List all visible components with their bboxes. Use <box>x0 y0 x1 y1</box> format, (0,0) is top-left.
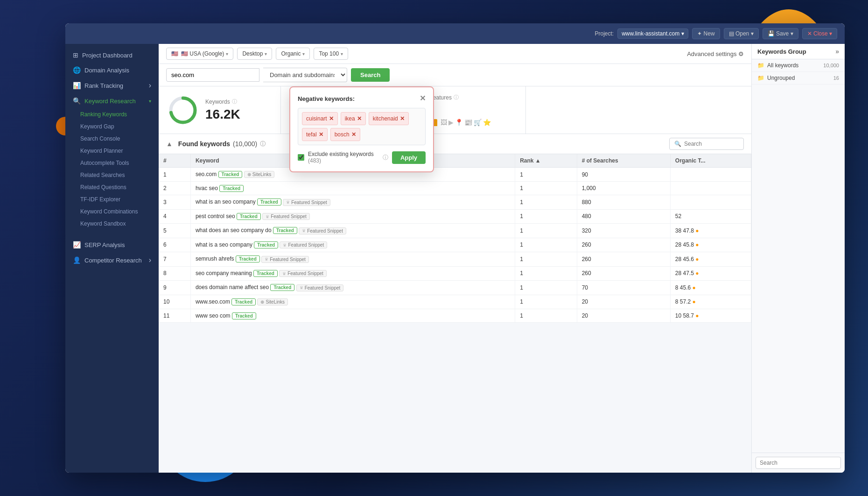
table-search-box[interactable]: 🔍 <box>669 138 744 150</box>
table-row[interactable]: 5 what does an seo company do Tracked ♛ … <box>159 224 751 238</box>
sidebar-item-domain-analysis[interactable]: 🌐 Domain Analysis <box>65 63 159 78</box>
save-button[interactable]: 💾 Save ▾ <box>763 28 798 39</box>
ungrouped-count: 16 <box>833 75 839 81</box>
sidebar-item-rank-tracking[interactable]: 📊 Rank Tracking <box>65 78 159 93</box>
cell-num: 6 <box>159 238 190 252</box>
search-type-filter[interactable]: Organic ▾ <box>276 48 310 60</box>
neg-tag-remove-button[interactable]: ✕ <box>400 115 405 122</box>
cell-organic: 8 57.2 ● <box>670 295 751 309</box>
sidebar-sub-ranking-keywords[interactable]: Ranking Keywords <box>65 108 159 120</box>
sidebar-item-competitor-research[interactable]: 👤 Competitor Research <box>65 252 159 268</box>
cell-rank: 1 <box>515 182 577 195</box>
chevron-down-icon: ▾ <box>681 30 684 37</box>
cell-keyword: does domain name affect seo Tracked ♛ Fe… <box>190 281 515 295</box>
device-filter[interactable]: Desktop ▾ <box>237 48 272 60</box>
table-row[interactable]: 3 what is an seo company Tracked ♛ Featu… <box>159 195 751 210</box>
table-row[interactable]: 7 semrush ahrefs Tracked ♛ Featured Snip… <box>159 252 751 267</box>
neg-tag-label: cuisinart <box>306 115 327 122</box>
right-panel-search-input[interactable] <box>756 457 841 469</box>
tracked-badge: Tracked <box>257 198 281 205</box>
search-button[interactable]: Search <box>351 68 390 82</box>
serp-icon-star: ⭐ <box>483 119 491 126</box>
score-dot: ● <box>694 256 699 262</box>
expand-icon[interactable]: » <box>835 48 839 55</box>
sidebar-sub-related-questions[interactable]: Related Questions <box>65 181 159 193</box>
top-filter[interactable]: Top 100 ▾ <box>314 48 348 60</box>
keywords-stat-card: Keywords ⓘ 16.2K <box>159 86 281 134</box>
sidebar-sub-keyword-combinations[interactable]: Keyword Combinations <box>65 205 159 218</box>
found-keywords-count: (10,000) <box>233 140 257 148</box>
project-label: Project: <box>595 30 614 37</box>
sidebar-label-competitor: Competitor Research <box>84 257 142 264</box>
advanced-settings-button[interactable]: Advanced settings ⚙ <box>687 50 744 57</box>
right-panel-header: Keywords Group » <box>752 44 845 59</box>
crown-icon: ♛ <box>282 271 286 276</box>
tracked-badge: Tracked <box>232 312 256 319</box>
sidebar-item-project-dashboard[interactable]: ⊞ Project Dashboard <box>65 48 159 63</box>
cell-searches: 20 <box>577 309 670 322</box>
info-icon-found: ⓘ <box>260 140 266 148</box>
chevron-down-icon: ▾ <box>302 51 305 57</box>
sidebar-label-project-dashboard: Project Dashboard <box>82 52 133 59</box>
exclude-count: (483) <box>308 157 321 164</box>
table-search-input[interactable] <box>684 141 739 147</box>
serp-badge: ⊕ SiteLinks <box>244 171 275 178</box>
table-row[interactable]: 2 hvac seo Tracked 1 1,000 <box>159 182 751 195</box>
table-row[interactable]: 6 what is a seo company Tracked ♛ Featur… <box>159 238 751 252</box>
cell-organic: 52 <box>670 209 751 224</box>
collapse-icon[interactable]: ▲ <box>166 140 173 148</box>
popup-close-button[interactable]: ✕ <box>420 95 426 102</box>
main-area: ⊞ Project Dashboard 🌐 Domain Analysis 📊 … <box>65 44 845 473</box>
neg-tag: tefal ✕ <box>302 128 328 141</box>
cell-searches: 20 <box>577 295 670 309</box>
serp-badge: ♛ Featured Snippet <box>279 270 327 277</box>
neg-tag-label: ikea <box>345 115 355 122</box>
sidebar-sub-keyword-planner[interactable]: Keyword Planner <box>65 145 159 157</box>
sidebar-item-serp-analysis[interactable]: 📈 SERP Analysis <box>65 237 159 252</box>
serp-icon-map: 📍 <box>455 119 463 126</box>
apply-button[interactable]: Apply <box>392 151 426 164</box>
project-selector[interactable]: www.link-assistant.com ▾ <box>617 28 688 39</box>
serp-bar-5 <box>434 119 437 126</box>
exclude-checkbox[interactable] <box>298 154 304 161</box>
link-icon: ⊕ <box>247 172 251 177</box>
col-rank[interactable]: Rank ▲ <box>515 154 577 168</box>
close-button[interactable]: ✕ Close ▾ <box>802 28 837 39</box>
sidebar-label-domain-analysis: Domain Analysis <box>84 67 129 74</box>
table-scroll-area[interactable]: # Keyword Rank ▲ # of Searches Organic T… <box>159 154 751 473</box>
neg-tag-remove-button[interactable]: ✕ <box>319 131 323 138</box>
cell-organic: 28 45.6 ● <box>670 252 751 267</box>
sidebar-sub-search-console[interactable]: Search Console <box>65 133 159 145</box>
sidebar-sub-keyword-gap[interactable]: Keyword Gap <box>65 120 159 133</box>
serp-badge: ♛ Featured Snippet <box>299 227 346 234</box>
neg-tag-remove-button[interactable]: ✕ <box>357 115 362 122</box>
chevron-down-icon: ▾ <box>226 51 228 57</box>
neg-tag-remove-button[interactable]: ✕ <box>329 115 334 122</box>
neg-tag-remove-button[interactable]: ✕ <box>351 131 356 138</box>
all-keywords-item[interactable]: 📁 All keywords 10,000 <box>752 59 845 72</box>
folder-icon: 📁 <box>757 62 764 69</box>
sidebar-sub-tfidf[interactable]: TF-IDF Explorer <box>65 193 159 205</box>
cell-searches: 70 <box>577 281 670 295</box>
sidebar-sub-related-searches[interactable]: Related Searches <box>65 169 159 181</box>
table-row[interactable]: 9 does domain name affect seo Tracked ♛ … <box>159 281 751 295</box>
table-row[interactable]: 8 seo company meaning Tracked ♛ Featured… <box>159 266 751 281</box>
table-row[interactable]: 10 www.seo.com Tracked ⊕ SiteLinks 1 20 … <box>159 295 751 309</box>
new-button[interactable]: ✦ New <box>692 28 720 39</box>
ungrouped-item[interactable]: 📁 Ungrouped 16 <box>752 72 845 85</box>
search-type-select[interactable]: Domain and subdomains Exact URL Subdomai… <box>263 68 347 82</box>
crown-icon: ♛ <box>283 243 287 248</box>
sidebar-sub-keyword-sandbox[interactable]: Keyword Sandbox <box>65 218 159 230</box>
table-row[interactable]: 11 www seo com Tracked 1 20 10 58.7 ● <box>159 309 751 322</box>
cell-keyword: semrush ahrefs Tracked ♛ Featured Snippe… <box>190 252 515 267</box>
table-row[interactable]: 1 seo.com Tracked ⊕ SiteLinks 1 90 <box>159 168 751 182</box>
region-filter[interactable]: 🇺🇸 🇺🇸 USA (Google) ▾ <box>166 48 233 60</box>
domain-input[interactable] <box>166 68 259 82</box>
open-button[interactable]: ▤ Open ▾ <box>724 28 759 39</box>
sidebar-sub-autocomplete[interactable]: Autocomplete Tools <box>65 157 159 169</box>
sidebar-item-keyword-research[interactable]: 🔍 Keyword Research ▾ <box>65 93 159 108</box>
cell-rank: 1 <box>515 281 577 295</box>
crown-icon: ♛ <box>302 228 306 233</box>
neg-tag: ikea ✕ <box>341 112 366 125</box>
table-row[interactable]: 4 pest control seo Tracked ♛ Featured Sn… <box>159 209 751 224</box>
